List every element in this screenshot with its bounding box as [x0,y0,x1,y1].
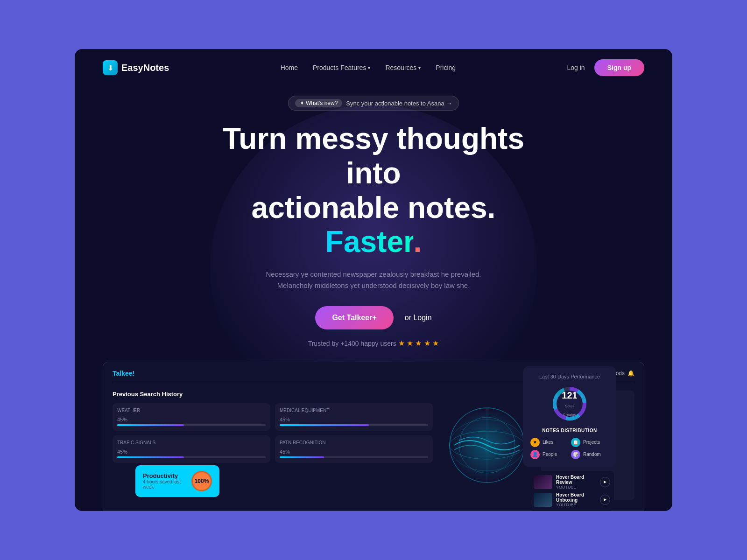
nav-actions: Log in Sign up [567,59,644,76]
video-play-button-1[interactable]: ▶ [600,477,610,487]
period-text: . [413,225,422,259]
productivity-card: Productivity 4 hours saved last week 100… [135,465,219,497]
bell-icon: 🔔 [627,370,634,377]
video-info-1: Hover Board Review YOUTUBE [556,475,596,490]
dashboard-preview: Talkee! Roman Atwoods 🔔 Previous Search … [103,362,644,511]
video-info-2: Hover Board Unboxing YOUTUBE [556,492,596,507]
performance-title: Last 30 Days Performance [530,374,609,379]
whats-new-label: ✦ What's new? [295,99,343,107]
projects-icon: 📋 [571,438,580,447]
trusted-line: Trusted by +1400 happy users ★ ★ ★ ★ ★ [103,339,644,348]
stars: ★ ★ ★ ★ ★ [398,339,439,347]
faster-text: Faster [325,225,414,259]
globe-panel [440,391,534,500]
donut-label: 121 Notes Created [560,390,579,417]
nav-links: Home Products Features ▾ Resources ▾ Pri… [281,64,456,71]
video-card-2: Hover Board Unboxing YOUTUBE ▶ [534,492,610,507]
video-play-button-2[interactable]: ▶ [600,495,610,505]
dist-people: 👤 People [530,450,568,459]
chevron-down-icon: ▾ [368,65,370,70]
notes-distribution-grid: ♥ Likes 📋 Projects 👤 People 🎲 Random [530,438,609,459]
logo-text: EasyNotes [121,63,169,73]
main-container: ⬇ EasyNotes Home Products Features ▾ Res… [75,49,672,511]
or-login-button[interactable]: or Login [405,314,432,322]
likes-icon: ♥ [530,438,540,447]
dist-random: 🎲 Random [571,450,609,459]
logo-icon: ⬇ [103,60,118,75]
video-thumb-1 [534,475,552,489]
video-thumb-2 [534,493,552,507]
navbar: ⬇ EasyNotes Home Products Features ▾ Res… [75,49,672,86]
hero-headline: Turn messy thoughts into actionable note… [210,122,537,259]
dist-projects: 📋 Projects [571,438,609,447]
donut-chart: 121 Notes Created [551,385,588,422]
people-icon: 👤 [530,450,540,459]
video-cards: Hover Board Review YOUTUBE ▶ Hover Board… [530,471,614,511]
nav-resources[interactable]: Resources ▾ [385,64,421,71]
dist-likes: ♥ Likes [530,438,568,447]
dash-card-weather: WEATHER 45% [113,403,270,431]
whats-new-link: Sync your actionable notes to Asana → [346,100,452,107]
signup-button[interactable]: Sign up [594,59,644,76]
search-history-title: Previous Search History [113,391,433,398]
video-card-1: Hover Board Review YOUTUBE ▶ [534,475,610,490]
hero-section: ✦ What's new? Sync your actionable notes… [75,86,672,347]
productivity-info: Productivity 4 hours saved last week [143,472,185,490]
productivity-circle: 100% [191,471,212,491]
logo[interactable]: ⬇ EasyNotes [103,60,169,75]
dash-card-medical: MEDICAL EQUIPMENT 45% [275,403,433,431]
productivity-title: Productivity [143,472,185,479]
random-icon: 🎲 [571,450,580,459]
get-talkeer-button[interactable]: Get Talkeer+ [315,306,393,329]
chevron-down-icon: ▾ [418,65,421,70]
notes-distribution-title: NOTES DISTRIBUTION [530,428,609,433]
dash-card-trafic: TRAFIC SIGNALS 45% [113,435,270,463]
productivity-sub: 4 hours saved last week [143,479,185,490]
nav-home[interactable]: Home [281,64,298,71]
performance-card: Last 30 Days Performance 121 Notes Creat… [523,366,616,467]
dash-logo: Talkee! [113,370,134,377]
nav-pricing[interactable]: Pricing [436,64,456,71]
search-history-grid: WEATHER 45% MEDICAL EQUIPMENT 45% TRAFIC… [113,403,433,463]
login-button[interactable]: Log in [567,64,585,71]
globe-svg [445,403,529,487]
nav-products[interactable]: Products Features ▾ [313,64,370,71]
whats-new-badge[interactable]: ✦ What's new? Sync your actionable notes… [288,96,459,111]
dash-card-patn: PATN RECOGNITION 45% [275,435,433,463]
hero-actions: Get Talkeer+ or Login [103,306,644,329]
performance-donut: 121 Notes Created [530,385,609,422]
hero-subtitle: Necessary ye contented newspaper zealous… [252,269,495,291]
